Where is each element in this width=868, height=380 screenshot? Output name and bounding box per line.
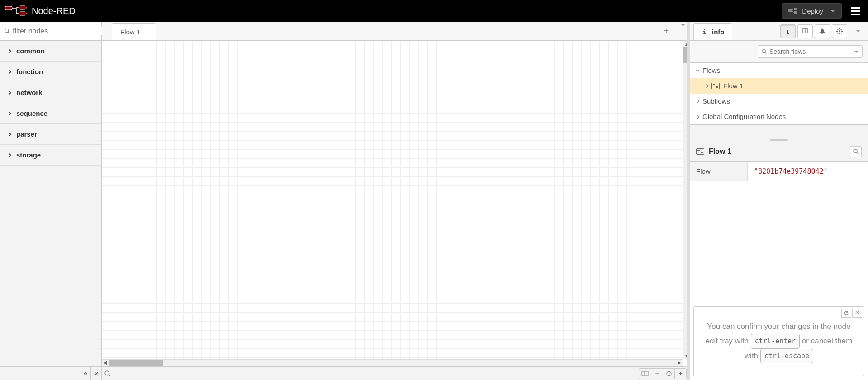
svg-line-9: [109, 375, 110, 376]
deploy-label: Deploy: [802, 7, 823, 15]
palette-category-common[interactable]: common: [0, 41, 101, 62]
palette-category-parser[interactable]: parser: [0, 124, 101, 145]
tree-subflows[interactable]: Subflows: [690, 94, 868, 109]
svg-point-12: [667, 371, 671, 376]
sidebar-menu-button[interactable]: [849, 24, 864, 38]
workspace: Flow 1 + ▲ ▼ ◀ ▶: [102, 22, 689, 380]
search-flows-box[interactable]: [758, 45, 863, 58]
caret-down-icon: [830, 10, 835, 12]
drag-handle-icon: [770, 139, 788, 141]
sidebar-resize-handle[interactable]: [687, 22, 690, 380]
tree-global-config-label: Global Configuration Nodes: [702, 113, 786, 120]
sidebar-debug-button[interactable]: [815, 24, 830, 38]
app-header: Node-RED Deploy: [0, 0, 868, 22]
sidebar-search-area: [690, 41, 868, 63]
navigator-button[interactable]: [639, 369, 651, 379]
svg-rect-3: [788, 10, 792, 12]
detail-header: Flow 1: [690, 142, 868, 162]
tree-flows[interactable]: Flows: [690, 63, 868, 78]
search-flows-input[interactable]: [769, 48, 849, 55]
svg-line-39: [857, 152, 858, 154]
chevron-right-icon: [8, 70, 11, 73]
palette-collapse-button[interactable]: [80, 367, 90, 380]
chevron-right-icon: [8, 132, 11, 136]
svg-line-33: [841, 33, 842, 33]
flow-icon: [711, 83, 720, 89]
tree-global-config[interactable]: Global Configuration Nodes: [690, 109, 868, 124]
main-menu-button[interactable]: [847, 4, 863, 19]
caret-down-icon: [854, 51, 859, 53]
svg-point-36: [762, 49, 765, 52]
palette-filter-input[interactable]: [13, 27, 103, 35]
svg-line-32: [837, 29, 838, 30]
tree-drag-area[interactable]: [690, 124, 868, 142]
workspace-nav-controls: − +: [639, 368, 687, 379]
palette-category-label: function: [16, 68, 43, 76]
chevron-right-icon: [696, 99, 699, 103]
svg-rect-2: [19, 12, 26, 15]
chevron-right-icon: [696, 114, 699, 118]
sidebar-config-button[interactable]: [832, 24, 847, 38]
svg-point-38: [854, 149, 857, 153]
tree-subflows-label: Subflows: [702, 97, 730, 105]
palette-category-storage[interactable]: storage: [0, 145, 101, 166]
zoom-in-button[interactable]: +: [674, 369, 686, 379]
svg-rect-4: [794, 8, 797, 10]
tip-refresh-button[interactable]: [841, 309, 851, 318]
tree-flow-item-label: Flow 1: [723, 82, 743, 90]
horizontal-scrollbar[interactable]: ◀ ▶: [102, 359, 683, 366]
svg-rect-15: [703, 31, 705, 32]
detail-row-value: "8201b74e39748042": [748, 162, 868, 181]
svg-rect-0: [5, 6, 12, 10]
svg-rect-17: [787, 28, 788, 29]
svg-line-7: [8, 32, 9, 33]
flow-icon: [696, 148, 704, 155]
deploy-button[interactable]: Deploy: [782, 3, 842, 19]
kbd-ctrl-escape: ctrl-escape: [760, 349, 813, 364]
palette-sidebar: commonfunctionnetworksequenceparserstora…: [0, 22, 102, 380]
palette-footer: [0, 366, 101, 380]
palette-category-sequence[interactable]: sequence: [0, 103, 101, 124]
sidebar-info-button[interactable]: [780, 24, 796, 38]
app-logo: Node-RED: [5, 5, 76, 16]
svg-line-37: [765, 52, 766, 54]
workspace-tab[interactable]: Flow 1: [112, 23, 156, 40]
chevron-right-icon: [705, 84, 708, 87]
tip-close-button[interactable]: ✕: [852, 309, 862, 318]
palette-category-network[interactable]: network: [0, 82, 101, 103]
palette-filter[interactable]: [0, 22, 101, 41]
sidebar-tab-info[interactable]: info: [693, 23, 732, 40]
svg-point-27: [839, 30, 840, 32]
palette-category-function[interactable]: function: [0, 62, 101, 82]
info-sidebar: info Flows Flow 1: [689, 22, 868, 380]
svg-rect-5: [794, 11, 797, 14]
palette-expand-button[interactable]: [90, 367, 101, 380]
svg-point-22: [821, 28, 824, 30]
app-title: Node-RED: [32, 6, 76, 16]
zoom-out-button[interactable]: −: [651, 369, 663, 379]
tree-flow-item[interactable]: Flow 1: [690, 78, 868, 94]
chevron-down-icon: [696, 68, 699, 71]
palette-category-label: common: [16, 47, 45, 55]
detail-row: Flow "8201b74e39748042": [690, 162, 868, 181]
nodered-logo-icon: [5, 5, 27, 16]
zoom-reset-button[interactable]: [663, 369, 674, 379]
detail-search-button[interactable]: [850, 146, 862, 157]
info-icon: [701, 28, 707, 35]
flow-canvas[interactable]: ▲ ▼ ◀ ▶: [102, 41, 689, 366]
deploy-icon: [788, 8, 797, 14]
palette-category-label: network: [16, 89, 43, 96]
tip-box: ✕ You can confirm your changes in the no…: [693, 306, 864, 376]
add-tab-button[interactable]: +: [659, 26, 674, 36]
sidebar-tab-info-label: info: [712, 28, 725, 36]
tree-flows-label: Flows: [702, 66, 720, 74]
sidebar-tab-bar: info: [690, 22, 868, 41]
chevron-right-icon: [8, 90, 11, 94]
sidebar-help-button[interactable]: [797, 24, 813, 38]
svg-line-35: [837, 33, 838, 33]
workspace-search-button[interactable]: [104, 370, 115, 377]
svg-rect-1: [19, 6, 26, 10]
svg-rect-16: [703, 33, 706, 34]
detail-title: Flow 1: [709, 147, 731, 156]
outline-tree: Flows Flow 1 Subflows Global Configurati…: [690, 63, 868, 124]
